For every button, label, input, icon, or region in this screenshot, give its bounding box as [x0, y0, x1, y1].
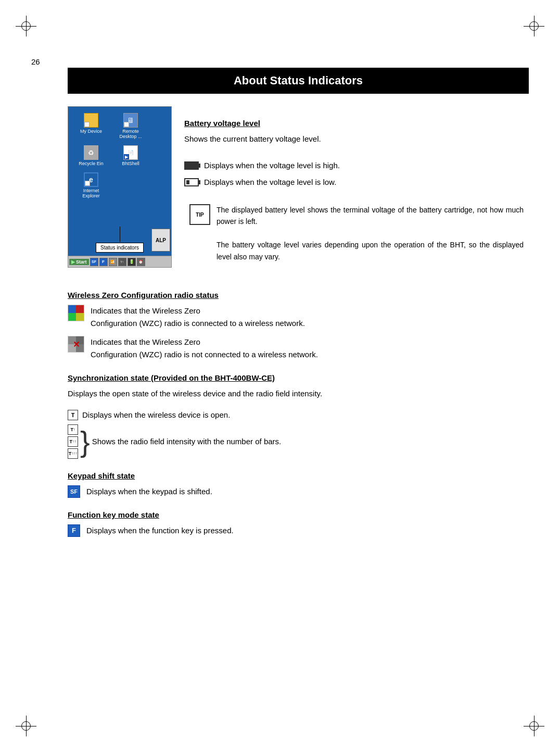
keypad-section: Keypad shift state SF Displays when the …: [68, 471, 529, 498]
recycle-icon: ♻: [84, 145, 98, 160]
battery-high-row: Displays when the voltage level is high.: [184, 159, 529, 172]
tip-box: TIP The displayed battery level shows th…: [184, 199, 529, 268]
wireless-section-header: Wireless Zero Configuration radio status: [68, 291, 529, 299]
desktop-icon-remote: 🖥 ↗ Remote Desktop ...: [112, 111, 149, 141]
page-title: About Status Indicators: [68, 68, 529, 94]
wzc-disconnected-row: Indicates that the Wireless Zero Configu…: [68, 336, 529, 361]
mydevice-label: My Device: [80, 129, 102, 134]
desktop-icon-ie: e ↗ Internet Explorer: [72, 170, 110, 200]
brace-icon: }: [80, 430, 90, 454]
taskbar: ▶Start SF F 📶 T↑ 🔋 ⏰: [68, 256, 171, 267]
wzc-disconnected-line1: Indicates that the Wireless Zero: [91, 336, 318, 348]
battery-high-label: Displays when the voltage level is high.: [204, 159, 340, 172]
wzc-disconnected-line2: Configuration (WZC) radio is not connect…: [91, 348, 318, 361]
function-key-f-row: F Displays when the function key is pres…: [68, 524, 529, 537]
f-icon: F: [68, 524, 80, 537]
desktop-icon-bhtshell: 📄 ▶ BhtShell: [112, 143, 149, 168]
battery-info: Battery voltage level Shows the current …: [184, 106, 529, 278]
crosshair-top-left: [16, 16, 36, 36]
sync-section-header: Synchronization state (Provided on the B…: [68, 373, 529, 382]
function-key-section-header: Function key mode state: [68, 510, 529, 519]
wzc-connected-icon: [68, 305, 84, 321]
wzc-connected-line1: Indicates that the Wireless Zero: [91, 305, 305, 317]
taskbar-icon-f: F: [99, 258, 108, 266]
sync-intro: Displays the open state of the wireless …: [68, 387, 529, 400]
battery-intro: Shows the current battery voltage level.: [184, 133, 529, 145]
bhtshell-label: BhtShell: [122, 161, 139, 166]
arrow-overlay-remote: ↗: [124, 122, 129, 127]
battery-low-row: Displays when the voltage level is low.: [184, 176, 529, 189]
page-number: 26: [31, 57, 40, 66]
arrow-overlay-bht: ▶: [124, 154, 129, 159]
tip-icon: TIP: [189, 204, 210, 225]
wzc-connected-row: Indicates that the Wireless Zero Configu…: [68, 305, 529, 330]
taskbar-icon-batt: 🔋: [128, 258, 136, 266]
keypad-section-header: Keypad shift state: [68, 471, 529, 480]
taskbar-icons: SF F 📶 T↑ 🔋 ⏰: [90, 258, 145, 266]
bhtshell-icon: 📄 ▶: [123, 145, 138, 160]
desktop-icon-recycle: ♻ Recycle Ein: [72, 143, 110, 168]
main-content: About Status Indicators ↗ My Device: [68, 68, 529, 574]
taskbar-icon-misc: ⏰: [137, 258, 145, 266]
arrow-overlay: ↗: [84, 122, 90, 127]
status-arrow: [120, 227, 120, 242]
sync-open-icon: T: [68, 410, 78, 420]
keypad-sf-row: SF Displays when the keypad is shifted.: [68, 485, 529, 498]
wzc-connected-line2: Configuration (WZC) radio is connected t…: [91, 317, 305, 330]
remote-label: Remote Desktop ...: [114, 129, 147, 139]
desktop-icons: ↗ My Device 🖥 ↗ Remote Desktop ...: [68, 107, 171, 205]
crosshair-top-right: [524, 16, 544, 36]
sync-bar2-icon: T↑↑: [68, 436, 78, 447]
taskbar-icon-wifi: 📶: [109, 258, 117, 266]
function-key-section: Function key mode state F Displays when …: [68, 510, 529, 537]
tip-text: The displayed battery level shows the te…: [217, 204, 524, 262]
crosshair-bottom-left: [16, 716, 36, 736]
sync-bars-group: T↑ T↑↑ T↑↑↑ } Shows the radio field inte…: [68, 424, 529, 459]
keypad-sf-label: Displays when the keypad is shifted.: [86, 485, 212, 498]
start-button[interactable]: ▶Start: [69, 259, 89, 265]
sync-bar3-icon: T↑↑↑: [68, 448, 78, 459]
battery-section: ↗ My Device 🖥 ↗ Remote Desktop ...: [68, 106, 529, 278]
sync-open-row: T Displays when the wireless device is o…: [68, 409, 529, 421]
ie-label: Internet Explorer: [74, 188, 108, 198]
tip-line2: The battery voltage level varies dependi…: [217, 239, 524, 262]
desktop-screenshot: ↗ My Device 🖥 ↗ Remote Desktop ...: [68, 106, 172, 268]
taskbar-icon-signal: T↑: [118, 258, 126, 266]
taskbar-icon-sf: SF: [90, 258, 98, 266]
battery-section-header: Battery voltage level: [184, 119, 529, 128]
alp-box: ALP: [151, 229, 170, 252]
battery-low-label: Displays when the voltage level is low.: [204, 176, 336, 189]
ie-icon: e ↗: [84, 172, 98, 187]
mydevice-icon: ↗: [84, 113, 98, 128]
sync-bars-icons: T↑ T↑↑ T↑↑↑: [68, 424, 78, 459]
wzc-disconnected-text: Indicates that the Wireless Zero Configu…: [91, 336, 318, 361]
wzc-connected-text: Indicates that the Wireless Zero Configu…: [91, 305, 305, 330]
sf-icon: SF: [68, 485, 80, 498]
battery-full-icon: [184, 161, 199, 170]
crosshair-bottom-right: [524, 716, 544, 736]
battery-low-icon: [184, 178, 199, 186]
desktop-icon-mydevice: ↗ My Device: [72, 111, 110, 141]
recycle-label: Recycle Ein: [79, 161, 104, 166]
status-indicators-label: Status indicators: [96, 243, 144, 253]
sync-bar1-icon: T↑: [68, 424, 78, 435]
wzc-disconnected-icon: [68, 336, 84, 353]
sync-bars-label: Shows the radio field intensity with the…: [92, 435, 282, 448]
tip-line1: The displayed battery level shows the te…: [217, 204, 524, 228]
wireless-section: Wireless Zero Configuration radio status…: [68, 291, 529, 361]
arrow-overlay-ie: ↗: [85, 181, 90, 186]
sync-open-label: Displays when the wireless device is ope…: [82, 409, 230, 421]
remote-icon: 🖥 ↗: [123, 113, 138, 128]
function-key-f-label: Displays when the function key is presse…: [86, 524, 234, 537]
sync-section: Synchronization state (Provided on the B…: [68, 373, 529, 459]
